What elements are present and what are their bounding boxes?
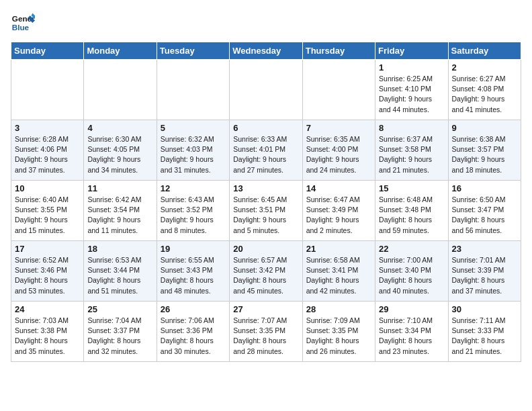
calendar-cell: 30Sunrise: 7:11 AM Sunset: 3:33 PM Dayli… <box>448 302 521 362</box>
svg-text:Blue: Blue <box>12 23 30 32</box>
day-number: 20 <box>233 244 298 254</box>
cell-content: Sunrise: 7:03 AM Sunset: 3:38 PM Dayligh… <box>15 316 80 357</box>
day-number: 15 <box>379 183 444 193</box>
cell-content: Sunrise: 6:42 AM Sunset: 3:54 PM Dayligh… <box>87 195 152 236</box>
calendar-cell: 8Sunrise: 6:37 AM Sunset: 3:58 PM Daylig… <box>375 120 448 181</box>
day-number: 13 <box>233 183 298 193</box>
day-number: 18 <box>87 244 152 254</box>
calendar-cell: 23Sunrise: 7:01 AM Sunset: 3:39 PM Dayli… <box>448 241 521 302</box>
calendar-cell: 10Sunrise: 6:40 AM Sunset: 3:55 PM Dayli… <box>11 181 84 241</box>
calendar-cell: 26Sunrise: 7:06 AM Sunset: 3:36 PM Dayli… <box>157 302 229 362</box>
cell-content: Sunrise: 7:10 AM Sunset: 3:34 PM Dayligh… <box>379 316 444 357</box>
cell-content: Sunrise: 6:55 AM Sunset: 3:43 PM Dayligh… <box>161 255 226 296</box>
calendar-cell: 19Sunrise: 6:55 AM Sunset: 3:43 PM Dayli… <box>157 241 229 302</box>
calendar-cell: 25Sunrise: 7:04 AM Sunset: 3:37 PM Dayli… <box>84 302 157 362</box>
cell-content: Sunrise: 6:32 AM Sunset: 4:03 PM Dayligh… <box>161 134 226 175</box>
day-number: 26 <box>161 304 226 314</box>
cell-content: Sunrise: 6:57 AM Sunset: 3:42 PM Dayligh… <box>233 255 298 296</box>
day-number: 11 <box>87 183 152 193</box>
day-number: 2 <box>452 62 517 73</box>
calendar-cell: 9Sunrise: 6:38 AM Sunset: 3:57 PM Daylig… <box>448 120 521 181</box>
cell-content: Sunrise: 6:50 AM Sunset: 3:47 PM Dayligh… <box>452 195 517 236</box>
logo: General Blue <box>11 11 38 35</box>
day-number: 21 <box>306 244 371 254</box>
weekday-header: Friday <box>375 42 448 60</box>
day-number: 3 <box>15 123 80 133</box>
calendar-cell: 20Sunrise: 6:57 AM Sunset: 3:42 PM Dayli… <box>230 241 302 302</box>
calendar-cell: 14Sunrise: 6:47 AM Sunset: 3:49 PM Dayli… <box>302 181 375 241</box>
weekday-header: Monday <box>84 42 157 60</box>
calendar-cell: 15Sunrise: 6:48 AM Sunset: 3:48 PM Dayli… <box>375 181 448 241</box>
cell-content: Sunrise: 6:58 AM Sunset: 3:41 PM Dayligh… <box>306 255 371 296</box>
cell-content: Sunrise: 7:04 AM Sunset: 3:37 PM Dayligh… <box>87 316 152 357</box>
cell-content: Sunrise: 6:43 AM Sunset: 3:52 PM Dayligh… <box>161 195 226 236</box>
cell-content: Sunrise: 7:01 AM Sunset: 3:39 PM Dayligh… <box>452 255 517 296</box>
calendar-cell: 1Sunrise: 6:25 AM Sunset: 4:10 PM Daylig… <box>375 60 448 120</box>
calendar-cell <box>11 60 84 120</box>
calendar-cell: 29Sunrise: 7:10 AM Sunset: 3:34 PM Dayli… <box>375 302 448 362</box>
calendar-cell: 2Sunrise: 6:27 AM Sunset: 4:08 PM Daylig… <box>448 60 521 120</box>
calendar-week-row: 10Sunrise: 6:40 AM Sunset: 3:55 PM Dayli… <box>11 181 521 241</box>
cell-content: Sunrise: 7:09 AM Sunset: 3:35 PM Dayligh… <box>306 316 371 357</box>
cell-content: Sunrise: 6:52 AM Sunset: 3:46 PM Dayligh… <box>15 255 80 296</box>
day-number: 17 <box>15 244 80 254</box>
calendar-cell: 27Sunrise: 7:07 AM Sunset: 3:35 PM Dayli… <box>230 302 302 362</box>
day-number: 16 <box>452 183 517 193</box>
calendar-week-row: 24Sunrise: 7:03 AM Sunset: 3:38 PM Dayli… <box>11 302 521 362</box>
weekday-header: Thursday <box>302 42 375 60</box>
cell-content: Sunrise: 6:25 AM Sunset: 4:10 PM Dayligh… <box>379 74 444 115</box>
day-number: 22 <box>379 244 444 254</box>
day-number: 5 <box>161 123 226 133</box>
calendar-cell <box>157 60 229 120</box>
day-number: 8 <box>379 123 444 133</box>
day-number: 1 <box>379 62 444 73</box>
day-number: 23 <box>452 244 517 254</box>
calendar-body: 1Sunrise: 6:25 AM Sunset: 4:10 PM Daylig… <box>11 60 521 362</box>
cell-content: Sunrise: 7:00 AM Sunset: 3:40 PM Dayligh… <box>379 255 444 296</box>
calendar-cell: 4Sunrise: 6:30 AM Sunset: 4:05 PM Daylig… <box>84 120 157 181</box>
cell-content: Sunrise: 6:28 AM Sunset: 4:06 PM Dayligh… <box>15 134 80 175</box>
cell-content: Sunrise: 6:35 AM Sunset: 4:00 PM Dayligh… <box>306 134 371 175</box>
calendar-cell: 16Sunrise: 6:50 AM Sunset: 3:47 PM Dayli… <box>448 181 521 241</box>
cell-content: Sunrise: 6:53 AM Sunset: 3:44 PM Dayligh… <box>87 255 152 296</box>
weekday-header: Wednesday <box>230 42 302 60</box>
cell-content: Sunrise: 6:38 AM Sunset: 3:57 PM Dayligh… <box>452 134 517 175</box>
cell-content: Sunrise: 6:33 AM Sunset: 4:01 PM Dayligh… <box>233 134 298 175</box>
day-number: 7 <box>306 123 371 133</box>
calendar-cell: 17Sunrise: 6:52 AM Sunset: 3:46 PM Dayli… <box>11 241 84 302</box>
calendar-cell: 28Sunrise: 7:09 AM Sunset: 3:35 PM Dayli… <box>302 302 375 362</box>
calendar-cell: 6Sunrise: 6:33 AM Sunset: 4:01 PM Daylig… <box>230 120 302 181</box>
calendar-cell: 18Sunrise: 6:53 AM Sunset: 3:44 PM Dayli… <box>84 241 157 302</box>
weekday-header: Saturday <box>448 42 521 60</box>
day-number: 10 <box>15 183 80 193</box>
cell-content: Sunrise: 7:11 AM Sunset: 3:33 PM Dayligh… <box>452 316 517 357</box>
cell-content: Sunrise: 6:30 AM Sunset: 4:05 PM Dayligh… <box>87 134 152 175</box>
calendar-cell: 3Sunrise: 6:28 AM Sunset: 4:06 PM Daylig… <box>11 120 84 181</box>
calendar-week-row: 1Sunrise: 6:25 AM Sunset: 4:10 PM Daylig… <box>11 60 521 120</box>
cell-content: Sunrise: 6:27 AM Sunset: 4:08 PM Dayligh… <box>452 74 517 115</box>
calendar-cell: 13Sunrise: 6:45 AM Sunset: 3:51 PM Dayli… <box>230 181 302 241</box>
calendar-cell: 21Sunrise: 6:58 AM Sunset: 3:41 PM Dayli… <box>302 241 375 302</box>
day-number: 14 <box>306 183 371 193</box>
calendar-cell: 5Sunrise: 6:32 AM Sunset: 4:03 PM Daylig… <box>157 120 229 181</box>
cell-content: Sunrise: 7:07 AM Sunset: 3:35 PM Dayligh… <box>233 316 298 357</box>
day-number: 24 <box>15 304 80 314</box>
day-number: 28 <box>306 304 371 314</box>
calendar-table: SundayMondayTuesdayWednesdayThursdayFrid… <box>11 42 521 362</box>
calendar-week-row: 17Sunrise: 6:52 AM Sunset: 3:46 PM Dayli… <box>11 241 521 302</box>
calendar-cell: 11Sunrise: 6:42 AM Sunset: 3:54 PM Dayli… <box>84 181 157 241</box>
calendar-cell: 7Sunrise: 6:35 AM Sunset: 4:00 PM Daylig… <box>302 120 375 181</box>
cell-content: Sunrise: 6:37 AM Sunset: 3:58 PM Dayligh… <box>379 134 444 175</box>
cell-content: Sunrise: 6:48 AM Sunset: 3:48 PM Dayligh… <box>379 195 444 236</box>
page-header: General Blue <box>11 11 521 35</box>
calendar-header: SundayMondayTuesdayWednesdayThursdayFrid… <box>11 42 521 60</box>
cell-content: Sunrise: 6:45 AM Sunset: 3:51 PM Dayligh… <box>233 195 298 236</box>
day-number: 12 <box>161 183 226 193</box>
calendar-cell <box>84 60 157 120</box>
weekday-header: Tuesday <box>157 42 229 60</box>
logo-icon: General Blue <box>11 11 35 35</box>
cell-content: Sunrise: 6:40 AM Sunset: 3:55 PM Dayligh… <box>15 195 80 236</box>
calendar-cell <box>230 60 302 120</box>
weekday-header: Sunday <box>11 42 84 60</box>
calendar-week-row: 3Sunrise: 6:28 AM Sunset: 4:06 PM Daylig… <box>11 120 521 181</box>
